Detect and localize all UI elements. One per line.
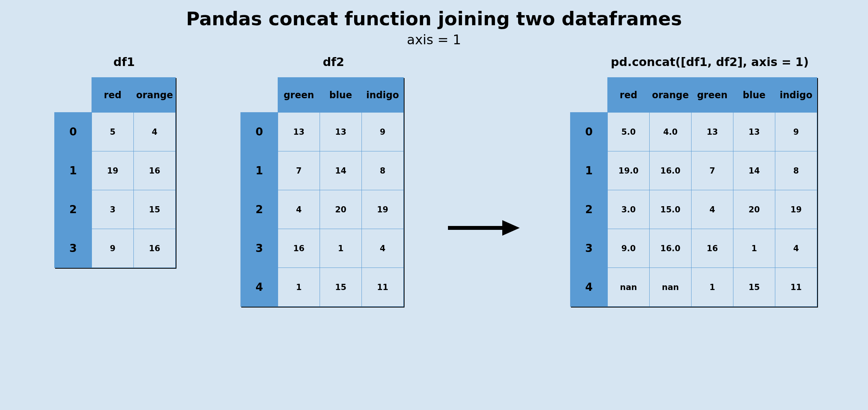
- colhead: green: [692, 78, 733, 113]
- cell: 20: [320, 190, 362, 229]
- cell: 15: [134, 190, 176, 229]
- cell: 9: [362, 113, 404, 151]
- cell: 16.0: [650, 151, 692, 190]
- cell: 16: [134, 229, 176, 268]
- rowhead: 2: [55, 190, 92, 229]
- table-result: red orange green blue indigo 0 5.0 4.0 1…: [570, 77, 817, 307]
- cell: 8: [775, 151, 817, 190]
- rowhead: 0: [241, 113, 278, 151]
- cell: 4: [362, 229, 404, 268]
- panel-result: pd.concat([df1, df2], axis = 1) red oran…: [570, 55, 849, 307]
- cell: 4: [134, 113, 176, 151]
- cell: 14: [733, 151, 775, 190]
- cell: 19: [362, 190, 404, 229]
- label-df2: df2: [240, 55, 427, 69]
- cell: 20: [733, 190, 775, 229]
- cell: 13: [692, 113, 733, 151]
- rowhead: 1: [55, 151, 92, 190]
- rowhead: 3: [55, 229, 92, 268]
- cell: 7: [278, 151, 320, 190]
- rowhead: 3: [571, 229, 608, 268]
- cell: 13: [278, 113, 320, 151]
- cell: 13: [320, 113, 362, 151]
- label-df1: df1: [54, 55, 194, 69]
- cell: 9: [775, 113, 817, 151]
- cell: 1: [733, 229, 775, 268]
- arrow-icon: [446, 218, 520, 238]
- colhead: red: [92, 78, 134, 113]
- corner-cell: [571, 78, 608, 113]
- cell: nan: [650, 268, 692, 307]
- colhead: blue: [733, 78, 775, 113]
- colhead: orange: [134, 78, 176, 113]
- colhead: red: [608, 78, 650, 113]
- rowhead: 3: [241, 229, 278, 268]
- cell: 14: [320, 151, 362, 190]
- panel-df2: df2 green blue indigo 0 13 13 9 1 7 14 8: [240, 55, 427, 307]
- corner-cell: [241, 78, 278, 113]
- cell: nan: [608, 268, 650, 307]
- cell: 15.0: [650, 190, 692, 229]
- label-result: pd.concat([df1, df2], axis = 1): [570, 55, 849, 69]
- cell: 8: [362, 151, 404, 190]
- cell: 4: [692, 190, 733, 229]
- cell: 4: [278, 190, 320, 229]
- colhead: indigo: [775, 78, 817, 113]
- rowhead: 2: [241, 190, 278, 229]
- table-df2: green blue indigo 0 13 13 9 1 7 14 8 2 4…: [240, 77, 404, 307]
- cell: 3: [92, 190, 134, 229]
- rowhead: 4: [241, 268, 278, 307]
- cell: 11: [775, 268, 817, 307]
- rowhead: 1: [241, 151, 278, 190]
- cell: 13: [733, 113, 775, 151]
- rowhead: 1: [571, 151, 608, 190]
- cell: 15: [733, 268, 775, 307]
- colhead: green: [278, 78, 320, 113]
- cell: 1: [320, 229, 362, 268]
- colhead: blue: [320, 78, 362, 113]
- cell: 5: [92, 113, 134, 151]
- panel-df1: df1 red orange 0 5 4 1 19 16 2 3 15: [54, 55, 194, 268]
- cell: 19: [92, 151, 134, 190]
- colhead: indigo: [362, 78, 404, 113]
- table-df1: red orange 0 5 4 1 19 16 2 3 15 3 9 16: [54, 77, 176, 268]
- diagram-stage: df1 red orange 0 5 4 1 19 16 2 3 15: [0, 51, 868, 381]
- cell: 16: [692, 229, 733, 268]
- rowhead: 0: [571, 113, 608, 151]
- page-title: Pandas concat function joining two dataf…: [0, 8, 868, 30]
- cell: 15: [320, 268, 362, 307]
- page-subtitle: axis = 1: [0, 32, 868, 47]
- rowhead: 4: [571, 268, 608, 307]
- rowhead: 2: [571, 190, 608, 229]
- cell: 7: [692, 151, 733, 190]
- cell: 1: [692, 268, 733, 307]
- cell: 3.0: [608, 190, 650, 229]
- colhead: orange: [650, 78, 692, 113]
- cell: 11: [362, 268, 404, 307]
- rowhead: 0: [55, 113, 92, 151]
- cell: 9: [92, 229, 134, 268]
- cell: 9.0: [608, 229, 650, 268]
- corner-cell: [55, 78, 92, 113]
- cell: 5.0: [608, 113, 650, 151]
- cell: 16: [134, 151, 176, 190]
- cell: 19: [775, 190, 817, 229]
- cell: 1: [278, 268, 320, 307]
- cell: 19.0: [608, 151, 650, 190]
- cell: 4: [775, 229, 817, 268]
- cell: 16.0: [650, 229, 692, 268]
- cell: 4.0: [650, 113, 692, 151]
- svg-marker-1: [502, 220, 520, 236]
- cell: 16: [278, 229, 320, 268]
